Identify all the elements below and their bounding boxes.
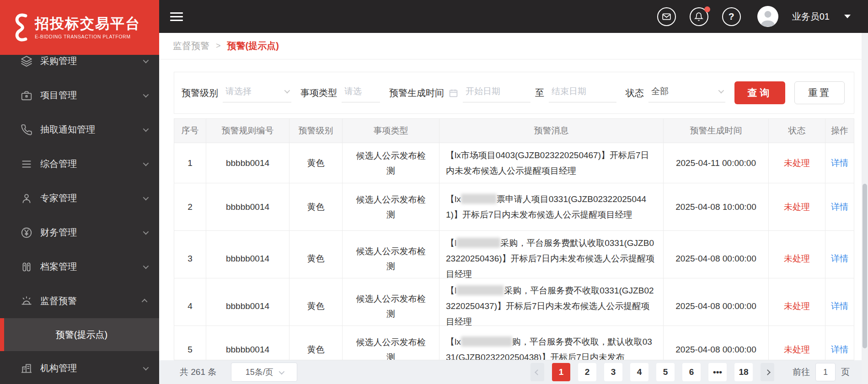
alerts-table: 序号预警规则编号预警级别事项类型预警消息预警生成时间状态操作 1bbbbb001… bbox=[174, 118, 854, 360]
page-button[interactable]: 3 bbox=[604, 363, 622, 381]
reset-button[interactable]: 重置 bbox=[794, 81, 845, 104]
column-header: 状态 bbox=[769, 119, 825, 143]
detail-link[interactable]: 详情 bbox=[831, 201, 848, 213]
page-button[interactable]: 5 bbox=[656, 363, 675, 381]
sidebar-item[interactable]: 监督预警 bbox=[0, 284, 159, 318]
detail-link[interactable]: 详情 bbox=[831, 300, 848, 312]
page-button[interactable]: 18 bbox=[734, 363, 753, 381]
breadcrumb-parent[interactable]: 监督预警 bbox=[173, 40, 209, 52]
status-select[interactable]: 全部 bbox=[648, 84, 725, 102]
brand-subtitle: E-BIDDING TRANSACTION PLATFORM bbox=[35, 34, 140, 39]
chevron-down-icon bbox=[284, 88, 290, 94]
brand-title: 招投标交易平台 bbox=[35, 16, 140, 32]
level-select[interactable]: 请选择 bbox=[223, 84, 291, 102]
archive-icon bbox=[20, 261, 32, 273]
vertical-scrollbar[interactable] bbox=[862, 33, 868, 384]
sidebar-item[interactable]: 机构管理 bbox=[0, 351, 159, 384]
row-index-cell: 2 bbox=[174, 183, 206, 230]
page-button[interactable]: 6 bbox=[682, 363, 701, 381]
event-type-cell: 候选人公示发布检测 bbox=[343, 326, 439, 360]
user-icon bbox=[20, 192, 32, 204]
menu-toggle-icon[interactable] bbox=[170, 10, 183, 23]
date-range-to-label: 至 bbox=[535, 87, 544, 99]
sidebar-item[interactable]: 抽取通知管理 bbox=[0, 112, 159, 147]
breadcrumb-separator: > bbox=[216, 41, 221, 51]
row-index-cell: 1 bbox=[174, 143, 206, 183]
column-header: 预警消息 bbox=[439, 119, 664, 143]
sidebar-item[interactable]: 专家管理 bbox=[0, 181, 159, 215]
status-cell: 未处理 bbox=[769, 143, 825, 183]
alert-time-cell: 2025-04-08 00:00:00 bbox=[664, 326, 769, 360]
sidebar-subitem-active[interactable]: 预警(提示点) bbox=[0, 318, 159, 351]
chevron-down-icon bbox=[718, 88, 724, 94]
more-pages-button[interactable]: ••• bbox=[708, 363, 727, 381]
layers-icon bbox=[20, 55, 32, 67]
chevron-down-icon bbox=[143, 126, 149, 132]
page-size-select[interactable]: 15条/页 bbox=[231, 363, 297, 382]
mail-icon[interactable] bbox=[657, 7, 676, 26]
chevron-down-icon bbox=[143, 92, 149, 98]
page-button[interactable]: 1 bbox=[552, 363, 570, 381]
currency-yuan-icon bbox=[20, 226, 32, 239]
breadcrumb-current: 预警(提示点) bbox=[227, 40, 279, 52]
chevron-down-icon[interactable] bbox=[844, 15, 851, 18]
column-header: 预警级别 bbox=[289, 119, 343, 143]
detail-link[interactable]: 详情 bbox=[831, 157, 848, 169]
chevron-down-icon bbox=[143, 58, 149, 64]
bell-icon[interactable] bbox=[690, 7, 708, 26]
sidebar-item[interactable]: 项目管理 bbox=[0, 78, 159, 112]
sidebar-item[interactable]: 综合管理 bbox=[0, 147, 159, 181]
chevron-left-icon bbox=[535, 369, 541, 375]
brand-logo-icon bbox=[13, 11, 28, 44]
page-button[interactable]: 2 bbox=[578, 363, 596, 381]
chevron-down-icon bbox=[143, 195, 149, 201]
chevron-down-icon bbox=[143, 263, 149, 269]
alert-time-cell: 2025-04-08 10:00:00 bbox=[664, 183, 769, 230]
column-header: 事项类型 bbox=[343, 119, 439, 143]
type-select[interactable]: 请选 bbox=[342, 84, 380, 102]
top-bar: ? 业务员01 bbox=[159, 0, 868, 33]
scrollbar-thumb[interactable] bbox=[863, 184, 867, 348]
sidebar-item-label: 抽取通知管理 bbox=[40, 123, 143, 136]
briefcase-icon bbox=[20, 89, 32, 101]
sidebar-item[interactable]: 档案管理 bbox=[0, 250, 159, 284]
rule-code-cell: bbbbb0014 bbox=[206, 326, 289, 360]
next-page-button[interactable] bbox=[761, 363, 774, 381]
table-row: 4bbbbb0014黄色候选人公示发布检测【l采购，平台服务费不收取0331(G… bbox=[174, 278, 854, 325]
alert-level-cell: 黄色 bbox=[289, 143, 343, 183]
end-date-input[interactable]: 结束日期 bbox=[549, 84, 616, 102]
prev-page-button[interactable] bbox=[530, 363, 544, 381]
detail-link[interactable]: 详情 bbox=[831, 253, 848, 265]
user-name[interactable]: 业务员01 bbox=[792, 11, 830, 23]
status-cell: 未处理 bbox=[769, 183, 825, 230]
total-count-label: 共 261 条 bbox=[180, 366, 216, 378]
table-body: 1bbbbb0014黄色候选人公示发布检测【lx市场项目0403(GJZB023… bbox=[174, 143, 854, 360]
help-icon[interactable]: ? bbox=[722, 7, 741, 26]
redacted-text bbox=[456, 285, 504, 295]
detail-link[interactable]: 详情 bbox=[831, 344, 848, 356]
search-button[interactable]: 查询 bbox=[734, 81, 785, 104]
redacted-text bbox=[461, 194, 497, 204]
page-button[interactable]: 4 bbox=[630, 363, 648, 381]
goto-page-input[interactable] bbox=[815, 363, 836, 381]
alert-level-cell: 黄色 bbox=[289, 183, 343, 230]
sidebar-item-label: 机构管理 bbox=[40, 362, 143, 374]
sidebar-item-label: 专家管理 bbox=[40, 192, 143, 204]
avatar[interactable] bbox=[757, 6, 778, 27]
time-filter-label: 预警生成时间 bbox=[389, 87, 444, 99]
menu-lines-icon bbox=[20, 158, 32, 170]
table-header-row: 序号预警规则编号预警级别事项类型预警消息预警生成时间状态操作 bbox=[174, 119, 854, 143]
table-row: 2bbbbb0014黄色候选人公示发布检测【lx票申请人项目0331(GJZB0… bbox=[174, 183, 854, 230]
column-header: 预警规则编号 bbox=[206, 119, 289, 143]
type-filter-label: 事项类型 bbox=[300, 87, 337, 99]
action-cell: 详情 bbox=[825, 183, 854, 230]
start-date-input[interactable]: 开始日期 bbox=[463, 84, 530, 102]
alert-level-cell: 黄色 bbox=[289, 326, 343, 360]
alert-message-cell: 【lx市场项目0403(GJZB023220250467)】开标后7日内未发布候… bbox=[439, 143, 664, 183]
building-icon bbox=[20, 362, 32, 374]
action-cell: 详情 bbox=[825, 326, 854, 360]
brand-logo: 招投标交易平台 E-BIDDING TRANSACTION PLATFORM bbox=[0, 0, 159, 55]
alert-message-cell: 【lx购，平台服务费不收取，默认收取0331(GJZB023220250438)… bbox=[439, 326, 664, 360]
table-row: 3bbbbb0014黄色候选人公示发布检测【l采购，平台服务费默认收取0331(… bbox=[174, 230, 854, 278]
sidebar-item[interactable]: 财务管理 bbox=[0, 215, 159, 250]
